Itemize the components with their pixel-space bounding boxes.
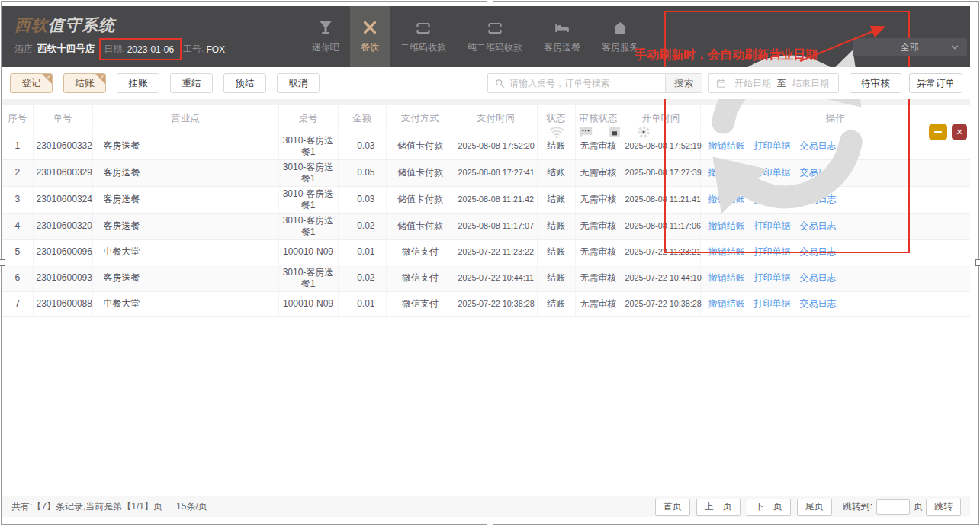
- nav-item-pure-qr-payment[interactable]: 纯二维码收款: [457, 6, 533, 67]
- outlet-cell: 客房送餐: [92, 265, 278, 291]
- minimize-button[interactable]: [929, 124, 947, 140]
- last-page-button[interactable]: 尾页: [797, 499, 832, 516]
- calendar-icon: [715, 78, 727, 89]
- date-range-separator: 至: [777, 77, 786, 90]
- column-header: 序号: [2, 105, 33, 133]
- undo-checkout-link[interactable]: 撤销结账: [708, 298, 745, 309]
- selection-handle-left[interactable]: [0, 259, 5, 266]
- record-summary: 共有:【7】条记录,当前是第【1/1】页: [11, 500, 162, 513]
- nav-item-dining[interactable]: 餐饮: [350, 6, 390, 67]
- selection-handle-bottom[interactable]: [487, 522, 493, 528]
- order-row: 623010600093客房送餐3010-客房送餐10.02微信支付2025-0…: [2, 265, 970, 291]
- pay-method-cell: 储值卡付款: [386, 186, 455, 213]
- seq-cell: 6: [2, 265, 33, 291]
- table-no-cell: 3010-客房送餐1: [278, 159, 338, 186]
- check-icon: ✓: [47, 73, 52, 80]
- on-account-button[interactable]: 挂账: [117, 73, 159, 93]
- logo-brand: 西软: [14, 16, 48, 34]
- utensils-icon: [361, 19, 379, 37]
- qr-scan-icon: [414, 19, 432, 37]
- end-date-field[interactable]: 结束日期: [789, 77, 832, 90]
- amount-cell: 0.03: [338, 133, 386, 159]
- column-header: 支付时间: [455, 105, 537, 133]
- undo-checkout-link[interactable]: 撤销结账: [708, 272, 745, 283]
- column-header: 单号: [33, 105, 92, 133]
- gear-icon[interactable]: [635, 124, 652, 140]
- first-page-button[interactable]: 首页: [655, 499, 690, 516]
- next-page-button[interactable]: 下一页: [747, 499, 791, 516]
- table-no-cell: 100010-N09: [278, 239, 338, 265]
- outlet-cell: 客房送餐: [92, 213, 278, 239]
- order-row: 723010600088中餐大堂100010-N090.01微信支付2025-0…: [2, 291, 970, 316]
- actions-cell: 撤销结账打印单据交易日志: [700, 291, 970, 316]
- start-date-field[interactable]: 开始日期: [731, 77, 774, 90]
- order-no-cell: 23010600088: [33, 291, 92, 316]
- amount-cell: 0.01: [338, 291, 386, 316]
- seq-cell: 3: [2, 186, 33, 213]
- search-box: [487, 73, 666, 93]
- resettle-button[interactable]: 重结: [170, 73, 213, 93]
- checkout-button[interactable]: 结账✓: [63, 73, 106, 93]
- amount-cell: 0.05: [338, 159, 386, 186]
- table-no-cell: 3010-客房送餐1: [278, 186, 338, 213]
- pending-audit-button[interactable]: 待审核: [850, 73, 901, 93]
- pay-time-cell: 2025-07-22 10:38:28: [455, 291, 537, 316]
- nav-item-qr-payment[interactable]: 二维码收款: [390, 6, 457, 67]
- wifi-icon[interactable]: [548, 124, 565, 140]
- seq-cell: 7: [2, 291, 33, 316]
- session-info: 酒店: 西软十四号店 日期: 2023-01-06 工号: FOX: [14, 43, 233, 56]
- toolbar-actions: 登记✓结账✓挂账重结预结取消: [10, 73, 330, 93]
- transaction-log-link[interactable]: 交易日志: [800, 298, 837, 309]
- search-input[interactable]: [488, 74, 665, 92]
- page-size: 15条/页: [176, 500, 207, 513]
- amount-cell: 0.03: [338, 186, 386, 213]
- amount-cell: 0.02: [338, 213, 386, 239]
- table-no-cell: 3010-客房送餐1: [278, 265, 338, 291]
- actions-cell: 撤销结账打印单据交易日志: [700, 265, 970, 291]
- prev-page-button[interactable]: 上一页: [696, 499, 741, 516]
- table-no-cell: 3010-客房送餐1: [278, 133, 338, 159]
- jump-button[interactable]: 跳转: [926, 499, 961, 516]
- amount-cell: 0.01: [338, 239, 386, 265]
- tray-separator: [917, 124, 917, 140]
- register-button[interactable]: 登记✓: [10, 73, 53, 93]
- pay-time-cell: 2025-08-08 11:21:42: [455, 186, 537, 213]
- order-no-cell: 23010600329: [33, 159, 92, 186]
- transaction-log-link[interactable]: 交易日志: [800, 272, 837, 283]
- kiosk-icon[interactable]: [606, 124, 623, 140]
- column-header: 支付方式: [386, 105, 455, 133]
- selection-handle-top[interactable]: [487, 0, 493, 5]
- selection-handle-right[interactable]: [975, 259, 980, 266]
- date-value: 2023-01-06: [127, 44, 174, 55]
- app-logo: 西软值守系统: [14, 14, 115, 36]
- scope-filter-dropdown[interactable]: 全部: [853, 38, 967, 56]
- search-button[interactable]: 搜索: [666, 73, 702, 93]
- pay-method-cell: 微信支付: [386, 265, 455, 291]
- pay-time-cell: 2025-07-22 11:23:22: [455, 239, 537, 265]
- close-button[interactable]: ✕: [952, 124, 967, 140]
- print-receipt-link[interactable]: 打印单据: [754, 272, 791, 283]
- status-cell: 结账: [537, 265, 575, 291]
- seq-cell: 4: [2, 213, 33, 239]
- abnormal-orders-button[interactable]: 异常订单: [909, 73, 962, 93]
- jump-label: 跳转到:: [843, 500, 872, 513]
- presettle-button[interactable]: 预结: [223, 73, 266, 93]
- pay-method-cell: 储值卡付款: [386, 213, 455, 239]
- staff-label: 工号:: [183, 43, 204, 56]
- pager: 首页 上一页 下一页 尾页 跳转到: 页 跳转: [649, 499, 961, 516]
- cancel-button[interactable]: 取消: [277, 73, 320, 93]
- nav-label-pure-qr-payment: 纯二维码收款: [468, 41, 522, 54]
- jump-page-input[interactable]: [876, 499, 910, 515]
- print-receipt-link[interactable]: 打印单据: [754, 298, 791, 309]
- business-date: 日期: 2023-01-06: [102, 43, 183, 56]
- jump-unit: 页: [914, 500, 923, 513]
- pay-method-cell: 微信支付: [386, 291, 455, 316]
- amount-cell: 0.02: [338, 265, 386, 291]
- pay-method-cell: 储值卡付款: [386, 133, 455, 159]
- outlet-cell: 中餐大堂: [92, 291, 278, 316]
- staff-id: FOX: [206, 44, 225, 55]
- hotel-name: 西软十四号店: [37, 43, 95, 56]
- nav-item-minibar[interactable]: 迷你吧: [301, 6, 350, 67]
- column-header: 营业点: [92, 105, 278, 133]
- chat-icon[interactable]: [577, 124, 594, 140]
